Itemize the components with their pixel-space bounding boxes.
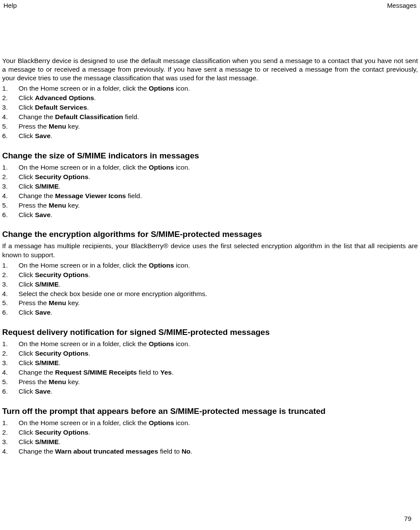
step-text: Click [19,350,35,357]
page-content: Your BlackBerry device is designed to us… [0,9,420,456]
step-text: Click [19,388,35,395]
list-item: On the Home screen or in a folder, click… [2,419,411,428]
step-text: On the Home screen or in a folder, click… [19,164,149,171]
header-left: Help [3,2,17,9]
step-bold: Options [149,419,174,426]
step-bold: Menu [49,299,66,306]
step-bold: Menu [49,202,66,209]
step-bold: S/MIME [35,359,59,366]
step-text: icon. [174,419,190,426]
section-intro-smime-algorithms: If a message has multiple recipients, yo… [2,242,418,259]
step-bold: Security Options [35,271,88,278]
steps-list-smime-size: On the Home screen or in a folder, click… [2,163,411,220]
step-text: icon. [174,340,190,347]
list-item: Click Save. [2,211,411,220]
step-text: Click [19,438,35,445]
step-text: Select the check box beside one or more … [19,290,207,297]
list-item: Click Save. [2,387,411,396]
step-text: key. [66,299,80,306]
step-bold: Options [149,262,174,269]
step-text: . [88,173,90,180]
step-bold: Security Options [35,429,88,436]
step-text: . [88,350,90,357]
list-item: Click Save. [2,308,411,317]
list-item: Select the check box beside one or more … [2,290,411,299]
steps-list-default-classification: On the Home screen or in a folder, click… [2,84,411,141]
step-text: . [87,104,89,111]
step-text: Press the [19,299,49,306]
step-bold: Security Options [35,173,88,180]
list-item: On the Home screen or in a folder, click… [2,163,411,172]
step-text: . [51,309,52,316]
list-item: Click S/MIME. [2,438,411,447]
step-text: Click [19,132,35,139]
list-item: Click Security Options. [2,428,411,437]
step-text: . [88,429,90,436]
step-bold: Message Viewer Icons [55,192,126,199]
step-bold: Warn about truncated messages [55,448,158,455]
step-text: . [88,271,90,278]
step-text: . [190,448,192,455]
step-bold: Menu [49,378,66,385]
step-bold: No [182,448,191,455]
step-bold: Security Options [35,350,88,357]
step-text: Click [19,211,35,218]
step-bold: Default Classification [55,113,123,120]
list-item: Click Default Services. [2,103,411,112]
step-bold: Options [149,340,174,347]
step-text: On the Home screen or in a folder, click… [19,262,149,269]
step-text: field. [126,192,142,199]
step-text: Click [19,183,35,190]
step-text: . [51,388,52,395]
step-text: key. [66,202,80,209]
step-bold: Options [149,85,174,92]
list-item: Change the Default Classification field. [2,113,411,122]
step-text: Click [19,359,35,366]
step-text: Change the [19,448,55,455]
step-text: Change the [19,113,55,120]
intro-paragraph: Your BlackBerry device is designed to us… [2,57,418,82]
list-item: Click Security Options. [2,271,411,280]
step-text: . [94,94,96,101]
list-item: Press the Menu key. [2,299,411,308]
step-text: Click [19,104,35,111]
step-text: Change the [19,369,55,376]
step-bold: Save [35,309,51,316]
list-item: Click S/MIME. [2,182,411,191]
step-text: Click [19,271,35,278]
step-text: key. [66,378,80,385]
list-item: Change the Message Viewer Icons field. [2,192,411,201]
list-item: Click Save. [2,132,411,141]
steps-list-smime-truncate: On the Home screen or in a folder, click… [2,419,411,456]
step-text: . [59,183,60,190]
list-item: Change the Warn about truncated messages… [2,447,411,456]
step-bold: Save [35,388,51,395]
step-text: icon. [174,85,190,92]
step-text: . [51,132,52,139]
section-title-smime-algorithms: Change the encryption algorithms for S/M… [2,230,411,239]
step-bold: Save [35,132,51,139]
page-header: Help Messages [0,0,420,9]
step-text: field to [158,448,181,455]
step-bold: S/MIME [35,438,59,445]
step-text: key. [66,123,80,130]
list-item: Change the Request S/MIME Receipts field… [2,368,411,377]
step-text: . [51,211,52,218]
section-title-smime-truncate: Turn off the prompt that appears before … [2,407,411,416]
step-text: Change the [19,192,55,199]
step-text: field to [137,369,160,376]
step-text: On the Home screen or in a folder, click… [19,340,149,347]
step-bold: Yes [160,369,172,376]
list-item: Click S/MIME. [2,359,411,368]
list-item: Press the Menu key. [2,201,411,210]
step-text: Click [19,429,35,436]
steps-list-smime-algorithms: On the Home screen or in a folder, click… [2,261,411,318]
list-item: Press the Menu key. [2,122,411,131]
list-item: On the Home screen or in a folder, click… [2,340,411,349]
step-bold: Request S/MIME Receipts [55,369,137,376]
step-text: On the Home screen or in a folder, click… [19,419,149,426]
step-bold: Save [35,211,51,218]
list-item: On the Home screen or in a folder, click… [2,261,411,270]
step-text: Click [19,173,35,180]
steps-list-smime-delivery: On the Home screen or in a folder, click… [2,340,411,396]
